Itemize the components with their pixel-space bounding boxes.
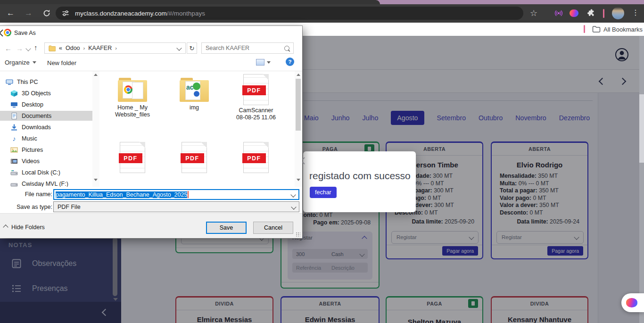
back-icon[interactable]: ←: [7, 9, 15, 17]
file-name-label: File name:: [4, 191, 52, 198]
file-item-camscanner[interactable]: PDF CamScanner08-08-25 11.06: [225, 74, 287, 121]
tree-item-downloads[interactable]: Downloads: [0, 122, 92, 132]
nav-up-icon[interactable]: ↑: [34, 44, 38, 51]
scroll-down-icon[interactable]: [94, 179, 98, 181]
screen: Maio Junho Julho Agosto Setembro Outubro…: [0, 0, 644, 323]
nav-history-chevron-icon[interactable]: [25, 46, 31, 51]
address-bar[interactable]: myclass.dondzaneacademy.com/#/monthpays: [56, 7, 523, 20]
browser-tab-strip: [0, 0, 380, 4]
organize-button[interactable]: Organize: [5, 59, 36, 66]
picture-icon: [10, 146, 18, 154]
chevron-down-icon: [291, 204, 296, 209]
disk-drive-icon: [10, 169, 18, 176]
refresh-icon[interactable]: [42, 9, 51, 19]
folder-icon: [49, 45, 56, 51]
desktop-icon: [10, 101, 18, 108]
save-as-dialog: Save As ← → ↑ « Odoo › KAAFER › ↻ Search…: [0, 26, 302, 238]
scroll-up-icon[interactable]: [94, 74, 98, 76]
file-item-pdf[interactable]: PDF: [225, 142, 287, 173]
scrollbar-thumb[interactable]: [296, 79, 301, 131]
dialog-close-icon[interactable]: [0, 29, 4, 37]
tune-icon[interactable]: [62, 9, 69, 17]
save-button[interactable]: Save: [206, 222, 247, 234]
hide-folders-button[interactable]: Hide Folders: [4, 224, 45, 231]
chevron-up-icon: [3, 224, 8, 230]
thumbnails-view-icon: [256, 59, 264, 66]
computer-icon: [6, 78, 13, 86]
folder-icon: [118, 78, 147, 102]
chrome-logo-icon: [4, 29, 11, 36]
dialog-footer: Hide Folders Save Cancel: [0, 213, 302, 238]
search-placeholder: Search KAAFER: [206, 45, 249, 51]
tree-item-3d-objects[interactable]: 3D Objects: [0, 88, 92, 98]
chevron-down-icon[interactable]: [290, 192, 296, 197]
refresh-folder-icon[interactable]: ↻: [187, 42, 197, 54]
forward-icon[interactable]: →: [25, 9, 33, 17]
view-mode-button[interactable]: [256, 59, 271, 66]
toolbar-separator: [603, 9, 604, 18]
tree-item-desktop[interactable]: Desktop: [0, 99, 92, 109]
breadcrumb-odoo[interactable]: Odoo: [66, 45, 80, 51]
browser-toolbar: ← → myclass.dondzaneacademy.com/#/monthp…: [0, 4, 644, 23]
files-scrollbar[interactable]: [295, 71, 302, 187]
pdf-file-icon: PDF: [243, 142, 269, 173]
search-icon: [284, 46, 289, 51]
success-modal: registado com sucesso fechar: [303, 151, 416, 212]
file-item-pdf[interactable]: PDF: [102, 142, 163, 173]
nav-forward-icon[interactable]: →: [16, 45, 23, 52]
pdf-file-icon: PDF: [243, 74, 269, 105]
bookmarks-folder-icon[interactable]: [592, 25, 601, 35]
tree-item-cwisday-mvl-f[interactable]: Cwisday MVL (F:): [0, 179, 92, 187]
tree-item-this-pc[interactable]: This PC: [0, 77, 92, 87]
browser-profile-avatar[interactable]: [612, 7, 624, 19]
broadcast-extension-icon[interactable]: [554, 9, 563, 19]
resize-grip[interactable]: [296, 232, 300, 237]
save-as-type-select[interactable]: PDF File: [53, 201, 299, 212]
menu-kebab-icon[interactable]: ⋮: [632, 8, 639, 17]
pdf-file-icon: PDF: [182, 142, 207, 173]
file-item-img[interactable]: ac img: [164, 78, 225, 111]
url-text: myclass.dondzaneacademy.com/#/monthpays: [75, 9, 205, 17]
breadcrumb-kaafer[interactable]: KAAFER: [88, 45, 112, 51]
new-folder-button[interactable]: New folder: [47, 59, 76, 66]
file-list: Home _ MyWebsite_files ac img PDF CamSca…: [100, 71, 294, 187]
browser-scrollbar[interactable]: [639, 36, 644, 323]
brain-extension-icon[interactable]: [570, 9, 578, 17]
scroll-up-icon[interactable]: [297, 74, 300, 76]
tree-item-videos[interactable]: Videos: [0, 156, 92, 166]
pdf-file-icon: PDF: [120, 142, 145, 173]
nav-back-icon[interactable]: ←: [5, 45, 12, 52]
document-icon: [10, 112, 18, 120]
film-icon: [10, 157, 18, 165]
brain-extension-icon: [626, 298, 637, 307]
disk-drive-icon: [10, 180, 18, 187]
tree-scrollbar[interactable]: [92, 71, 99, 187]
breadcrumb[interactable]: « Odoo › KAAFER ›: [44, 42, 186, 54]
file-item-home-website[interactable]: Home _ MyWebsite_files: [102, 78, 163, 118]
extension-floating-button[interactable]: [621, 293, 644, 312]
save-as-type-label: Save as type:: [4, 204, 52, 210]
extensions-puzzle-icon[interactable]: [586, 9, 595, 20]
tree-item-local-disk-c[interactable]: Local Disk (C:): [0, 167, 92, 177]
cube-icon: [10, 90, 18, 97]
cancel-button[interactable]: Cancel: [253, 222, 293, 234]
fechar-button[interactable]: fechar: [310, 187, 337, 198]
all-bookmarks-label[interactable]: All Bookmarks: [603, 26, 643, 33]
tree-item-music[interactable]: ♪ Music: [0, 133, 92, 143]
modal-message: registado com sucesso: [309, 170, 411, 182]
breadcrumb-dropdown-icon[interactable]: [176, 45, 182, 50]
dialog-title: Save As: [14, 30, 36, 36]
tree-item-documents[interactable]: Documents: [0, 111, 92, 121]
search-box[interactable]: Search KAAFER: [201, 42, 294, 54]
music-icon: ♪: [10, 135, 18, 142]
file-item-pdf[interactable]: PDF: [164, 142, 225, 173]
file-name-input[interactable]: pagamento_Killua_Edson_Bechane_Agosto_20…: [53, 189, 299, 200]
bookmarks-separator: [584, 25, 585, 33]
window-frame: [0, 0, 644, 4]
tree-item-pictures[interactable]: Pictures: [0, 145, 92, 155]
scroll-down-icon[interactable]: [297, 179, 300, 181]
folder-tree: This PC 3D Objects Desktop Documents Dow…: [0, 71, 92, 187]
help-button[interactable]: ?: [286, 58, 294, 66]
bookmark-star-icon[interactable]: ☆: [530, 8, 537, 18]
download-icon: [10, 124, 18, 131]
